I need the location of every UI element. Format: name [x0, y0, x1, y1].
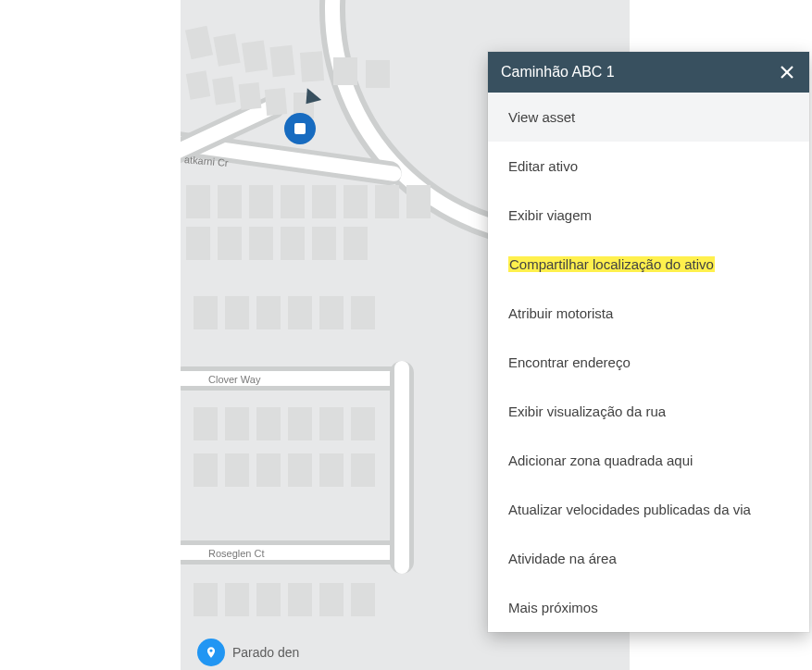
context-menu-list: View asset Editar ativo Exibir viagem Co…	[488, 93, 809, 632]
menu-item-label: Editar ativo	[508, 158, 578, 174]
popup-title: Caminhão ABC 1	[501, 64, 615, 81]
menu-item-label: Atualizar velocidades publicadas da via	[508, 502, 751, 517]
close-icon[interactable]	[778, 63, 796, 81]
menu-item-label: Exibir visualização da rua	[508, 403, 666, 419]
menu-item-label: View asset	[508, 109, 575, 125]
menu-item-label: Encontrar endereço	[508, 354, 631, 370]
menu-item-label: Mais próximos	[508, 600, 598, 615]
asset-context-menu: Caminhão ABC 1 View asset Editar ativo E…	[488, 52, 809, 632]
menu-item-area-activity[interactable]: Atividade na área	[488, 534, 809, 583]
menu-item-label: Compartilhar localização do ativo	[508, 256, 715, 272]
stopped-icon	[294, 123, 306, 134]
menu-item-share-location[interactable]: Compartilhar localização do ativo	[488, 240, 809, 289]
menu-item-show-trip[interactable]: Exibir viagem	[488, 191, 809, 240]
menu-item-street-view[interactable]: Exibir visualização da rua	[488, 387, 809, 436]
menu-item-find-address[interactable]: Encontrar endereço	[488, 338, 809, 387]
menu-item-label: Adicionar zona quadrada aqui	[508, 453, 693, 468]
menu-item-view-asset[interactable]: View asset	[488, 93, 809, 142]
asset-marker[interactable]	[284, 113, 316, 144]
popup-header: Caminhão ABC 1	[488, 52, 809, 93]
menu-item-update-speeds[interactable]: Atualizar velocidades publicadas da via	[488, 485, 809, 534]
menu-item-label: Exibir viagem	[508, 207, 592, 223]
menu-item-label: Atribuir motorista	[508, 305, 613, 321]
menu-item-label: Atividade na área	[508, 551, 617, 566]
menu-item-edit-asset[interactable]: Editar ativo	[488, 142, 809, 191]
status-pin-icon[interactable]	[197, 639, 225, 666]
menu-item-add-zone[interactable]: Adicionar zona quadrada aqui	[488, 436, 809, 485]
menu-item-assign-driver[interactable]: Atribuir motorista	[488, 289, 809, 338]
status-text: Parado den	[232, 645, 299, 660]
menu-item-nearest[interactable]: Mais próximos	[488, 583, 809, 632]
